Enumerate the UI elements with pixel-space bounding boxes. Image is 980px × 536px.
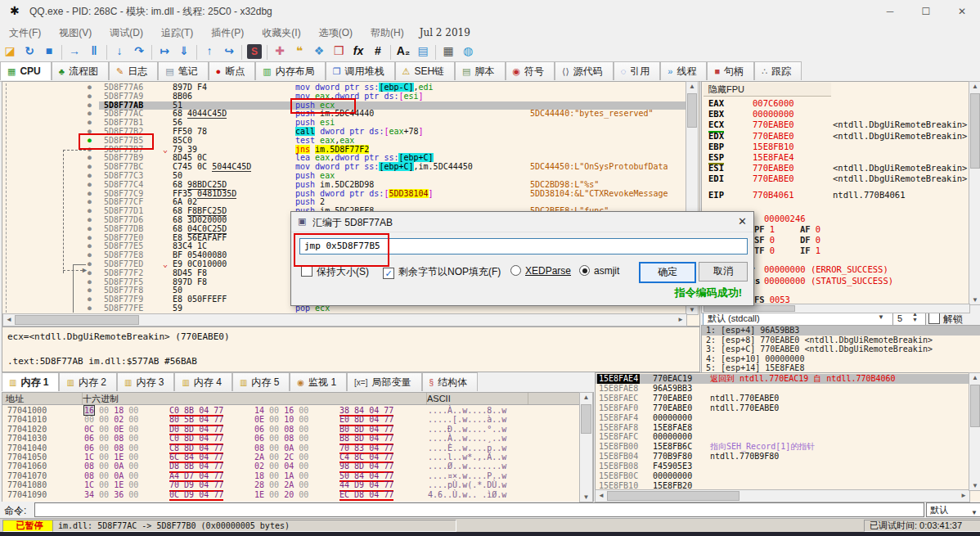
dump-row[interactable]: 7704109034 00 36 000C D9 04 771E 00 20 0… [2,490,593,499]
instruction-dot-icon[interactable]: ● [88,286,92,295]
register-row[interactable]: EDI770EABE0<ntdll.DbgUiRemoteBreakin> [702,173,969,184]
script-badge-icon[interactable]: S [247,44,262,59]
register-row[interactable]: EIP770B4061ntdll.770B4061 [702,190,969,200]
register-row[interactable]: EAX007C6000 [702,98,969,109]
tab-断点[interactable]: ●断点 [209,61,256,80]
calculator-icon[interactable]: ▦ [438,42,458,60]
stack-vscrollbar[interactable]: ▲▼ [969,372,980,491]
stack-row[interactable]: 15E8FAF400000000 [596,413,980,423]
execute-till-return-icon[interactable]: ↑ [200,42,219,60]
register-row[interactable]: EDX770EABE0<ntdll.DbgUiRemoteBreakin> [702,131,969,142]
dump-row[interactable]: 7704100016 00 18 00C0 8B 04 7714 00 16 0… [2,406,593,415]
dump-row[interactable]: 7704103006 00 08 00C0 8D 04 7706 00 08 0… [2,434,593,443]
maximize-button[interactable]: ☐ [908,0,944,23]
menu-item[interactable]: 收藏夹(I) [253,23,309,43]
unlock-checkbox[interactable] [928,313,940,324]
stack-row[interactable]: 15E8FAF815E8FAE8 [596,423,980,433]
stack-row[interactable]: 15E8FB04770B9F80ntdll.770B9F80 [596,452,980,462]
register-row[interactable]: EBX00000000 [702,109,969,119]
instruction-dot-icon[interactable]: ● [88,304,92,313]
menu-item[interactable]: 追踪(T) [152,23,202,43]
tab-SEH链[interactable]: ⚠SEH链 [395,61,456,80]
menu-item[interactable]: 视图(V) [50,23,101,43]
instruction-dot-icon[interactable]: ● [88,154,92,163]
globe-icon[interactable]: ◍ [458,42,478,60]
menu-item[interactable]: 插件(P) [202,23,253,43]
menu-item[interactable]: 文件(F) [0,23,50,43]
tab-内存 4[interactable]: ▥内存 4 [174,372,232,391]
nop-fill-checkbox[interactable]: ✓剩余字节以NOP填充(F) [383,265,501,279]
dump-row[interactable]: 770410801C 00 1E 0070 D9 04 7728 00 2A 0… [2,480,593,489]
bookmarks-icon[interactable]: ❒ [329,42,348,60]
attach-icon[interactable]: ▤ [413,42,433,60]
stack-row[interactable]: 15E8FAEC770EABE0ntdll.770EABE0 [596,394,980,403]
tab-源代码[interactable]: ⟨⟩源代码 [555,61,614,80]
step-over-icon[interactable]: ↷ [129,42,149,60]
instruction-dot-icon[interactable]: ● [88,101,92,110]
tab-流程图[interactable]: ♣流程图 [52,61,109,80]
close-button[interactable]: ✕ [944,0,980,23]
instruction-dot-icon[interactable]: ● [88,181,92,190]
pause-icon[interactable]: ‖ [84,42,104,60]
arguments-pane[interactable]: 1: [esp+4] 96A59BB32: [esp+8] 770EABE0 <… [701,325,980,374]
instruction-dot-icon[interactable]: ● [88,278,92,287]
hide-fpu-button[interactable]: 隐藏FPU [704,83,831,97]
tab-内存 3[interactable]: ▥内存 3 [117,372,174,391]
disasm-hscrollbar[interactable]: ◄► [2,313,687,327]
instruction-dot-icon[interactable]: ● [88,172,92,181]
xedparse-radio[interactable]: XEDParse [510,265,571,277]
dump-col-hex[interactable]: 十六进制 [79,393,427,404]
tab-日志[interactable]: ✎日志 [109,61,158,80]
instruction-dot-icon[interactable]: ● [88,251,92,260]
calling-convention-combo[interactable]: 默认 (stdcall) [703,312,893,325]
stack-hscrollbar[interactable]: ◄► [595,489,970,502]
tab-CPU[interactable]: ▦CPU [0,61,52,80]
run-to-selection-icon[interactable]: ↦ [155,42,174,60]
tab-内存布局[interactable]: ▥内存布局 [255,61,325,80]
dump-col-ascii[interactable]: ASCII [424,393,528,404]
strings-icon[interactable]: A₂ [393,42,413,60]
instruction-dot-icon[interactable]: ● [88,242,92,251]
dialog-close-icon[interactable]: ✕ [738,215,747,227]
dump-vscrollbar[interactable]: ▲▼ [579,392,593,502]
instruction-dot-icon[interactable]: ● [88,295,92,304]
stack-pane[interactable]: 15E8FAE4770EAC19返回到 ntdll.770EAC19 自 ntd… [595,372,980,502]
instruction-dot-icon[interactable]: ● [88,234,92,243]
register-row[interactable]: ECX770EABE0<ntdll.DbgUiRemoteBreakin> [702,119,969,130]
register-row[interactable]: EBP15E8FB10 [702,142,969,152]
stop-icon[interactable]: ■ [39,42,59,60]
hash-icon[interactable]: # [368,42,388,60]
argument-row[interactable]: 3: [esp+C] 770EABE0 <ntdll.DbgUiRemoteBr… [702,345,980,354]
tab-引用[interactable]: ◌引用 [614,61,661,80]
argument-row[interactable]: 1: [esp+4] 96A59BB3 [702,326,980,336]
command-mode-combo[interactable]: 默认 ▼ [926,502,980,517]
tab-内存 2[interactable]: ▥内存 2 [59,372,116,391]
tab-结构体[interactable]: §结构体 [422,372,479,391]
dump-row[interactable]: 770410200C 00 0E 00D0 8D 04 7706 00 08 0… [2,425,593,434]
tab-脚本[interactable]: ▤脚本 [455,61,505,80]
argument-row[interactable]: 4: [esp+10] 00000000 [702,354,980,364]
dump-row[interactable]: 770410501C 00 1E 006C 84 04 772A 00 2C 0… [2,453,593,462]
tab-句柄[interactable]: ■句柄 [707,61,754,80]
register-row[interactable]: ESI770EABE0<ntdll.DbgUiRemoteBreakin> [702,163,969,173]
dialog-titlebar[interactable]: ▣ 汇编于 5D8F77AB ✕ [291,212,753,232]
restart-icon[interactable]: ↻ [20,42,39,60]
menu-item[interactable]: 调试(D) [101,23,152,43]
patches-icon[interactable]: ✚ [270,42,290,60]
tab-监视 1[interactable]: ◉监视 1 [290,372,347,391]
stack-row[interactable]: 15E8FAF0770EABE0ntdll.770EABE0 [596,403,980,413]
tab-内存 5[interactable]: ▥内存 5 [232,372,290,391]
step-into-icon[interactable]: ↓ [110,42,129,60]
stack-row[interactable]: 15E8FB0C00000000 [596,471,980,481]
instruction-dot-icon[interactable]: ● [88,92,92,101]
argument-count-stepper[interactable]: 5 [892,312,926,325]
stack-row[interactable]: 15E8FB08F45905E3 [596,462,980,471]
dump-row[interactable]: 7704107008 00 0A 00A4 D7 04 7718 00 1A 0… [2,471,593,480]
tab-跟踪[interactable]: ∴跟踪 [754,61,802,80]
asmjit-radio[interactable]: asmjit [579,265,619,277]
instruction-dot-icon[interactable]: ● [88,110,92,119]
register-row[interactable]: ESP15E8FAE4 [702,152,969,163]
dump-row[interactable]: 7704101000 00 02 0080 5B 04 770E 00 10 0… [2,415,593,424]
instruction-dot-icon[interactable]: ● [88,198,92,207]
minimize-button[interactable]: ─ [872,0,908,23]
